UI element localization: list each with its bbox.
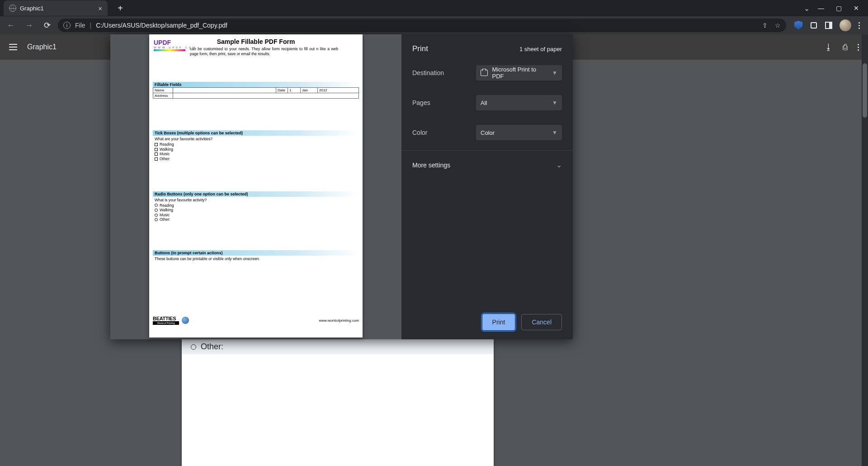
- globe-icon: [9, 5, 16, 12]
- color-select[interactable]: Color ▼: [476, 125, 562, 140]
- checkbox-icon: [155, 157, 158, 161]
- chevron-down-icon: ▼: [552, 129, 557, 136]
- beatties-logo: BEATTIES World of Printing: [153, 316, 179, 325]
- share-icon[interactable]: ⇪: [762, 22, 768, 29]
- print-dialog: UPDF W W W . U P D F . C O M Sample Fill…: [110, 34, 573, 339]
- destination-row: Destination Microsoft Print to PDF ▼: [401, 58, 573, 88]
- radio-reading[interactable]: Reading: [155, 203, 357, 208]
- profile-avatar[interactable]: [840, 19, 851, 31]
- new-tab-button[interactable]: +: [114, 2, 127, 14]
- tabs-dropdown-icon[interactable]: ⌄: [804, 4, 810, 13]
- page-area: Graphic1 ⭳ ⎙ Other: UPDF W W W . U P D F…: [0, 34, 868, 466]
- section-radio-header: Radio Buttons (only one option can be se…: [153, 191, 359, 197]
- sheet-count: 1 sheet of paper: [519, 46, 562, 52]
- section-buttons-header: Buttons (to prompt certain actions): [153, 250, 359, 256]
- pdf-menu-icon[interactable]: [9, 44, 17, 50]
- date-label: Date: [276, 88, 288, 93]
- print-preview-pane: UPDF W W W . U P D F . C O M Sample Fill…: [110, 34, 401, 339]
- preview-sheet: UPDF W W W . U P D F . C O M Sample Fill…: [149, 34, 363, 338]
- sidepanel-icon[interactable]: [825, 22, 832, 29]
- print-settings-pane: Print 1 sheet of paper Destination Micro…: [401, 34, 573, 339]
- page-scrollbar[interactable]: [862, 34, 868, 466]
- checkbox-icon: [155, 152, 158, 156]
- destination-value: Microsoft Print to PDF: [492, 66, 548, 80]
- minimize-button[interactable]: —: [818, 5, 824, 12]
- checkbox-walking[interactable]: Walking: [155, 147, 357, 152]
- site-info-icon[interactable]: i: [63, 22, 71, 29]
- chevron-down-icon: ▼: [552, 100, 557, 106]
- radio-icon: [155, 209, 158, 212]
- address-label: Address: [153, 93, 173, 98]
- back-button[interactable]: ←: [4, 18, 18, 33]
- radio-icon: [155, 204, 158, 207]
- pdf-more-icon[interactable]: [858, 44, 859, 51]
- print-heading: Print: [412, 44, 428, 53]
- browser-menu-icon[interactable]: [859, 22, 860, 29]
- section-fillable-header: Fillable Fields: [153, 82, 359, 87]
- radio-option-other[interactable]: Other:: [182, 339, 494, 354]
- date-day[interactable]: 1: [288, 88, 301, 93]
- destination-label: Destination: [412, 69, 444, 76]
- browser-tab[interactable]: Graphic1 ×: [4, 0, 108, 16]
- updf-logo: UPDF W W W . U P D F . C O M: [154, 39, 195, 51]
- radio-other[interactable]: Other:: [155, 217, 357, 222]
- date-month[interactable]: Jan: [301, 88, 318, 93]
- close-tab-icon[interactable]: ×: [98, 5, 102, 12]
- close-window-button[interactable]: ✕: [854, 5, 859, 12]
- file-scheme-label: File: [75, 22, 85, 29]
- cancel-button[interactable]: Cancel: [521, 314, 562, 330]
- radio-icon: [155, 214, 158, 217]
- fillable-table: Name Date 1 Jan 2012 Address: [153, 87, 359, 99]
- pages-label: Pages: [412, 99, 430, 106]
- address-row: ← → ⟳ i File | C:/Users/ASUS/Desktop/sam…: [0, 16, 868, 34]
- chevron-down-icon: ▼: [552, 70, 557, 76]
- name-field[interactable]: [173, 88, 276, 93]
- checkbox-icon: [155, 148, 158, 151]
- pages-row: Pages All ▼: [401, 88, 573, 118]
- checkbox-other[interactable]: Other:: [155, 157, 357, 162]
- shield-icon[interactable]: [794, 21, 802, 30]
- pages-value: All: [481, 100, 487, 106]
- color-value: Color: [481, 129, 495, 136]
- globe-logo-icon: [182, 317, 189, 324]
- more-settings-toggle[interactable]: More settings ⌄: [401, 150, 573, 179]
- address-bar[interactable]: i File | C:/Users/ASUS/Desktop/sample_pd…: [58, 19, 786, 32]
- reload-button[interactable]: ⟳: [40, 18, 54, 33]
- checkbox-icon: [155, 143, 158, 146]
- color-row: Color Color ▼: [401, 118, 573, 147]
- checkbox-music[interactable]: Music: [155, 152, 357, 157]
- extensions-icon[interactable]: [810, 21, 818, 29]
- pdf-title: Graphic1: [27, 43, 57, 51]
- address-field[interactable]: [173, 93, 359, 98]
- tick-question: What are your favourite activities?: [149, 136, 363, 142]
- date-year[interactable]: 2012: [318, 88, 359, 93]
- chevron-down-icon: ⌄: [556, 161, 562, 169]
- dialog-buttons: Print Cancel: [401, 305, 573, 339]
- footer-url: www.worldofprinting.com: [319, 319, 359, 323]
- download-icon[interactable]: ⭳: [825, 43, 833, 52]
- radio-music[interactable]: Music: [155, 213, 357, 218]
- window-controls: — ▢ ✕: [818, 5, 868, 12]
- radio-icon: [155, 218, 158, 221]
- buttons-note: These buttons can be printable or visibl…: [149, 256, 363, 262]
- color-label: Color: [412, 129, 427, 136]
- print-button[interactable]: Print: [482, 314, 515, 330]
- url-path: C:/Users/ASUS/Desktop/sample_pdf_Copy.pd…: [96, 22, 227, 29]
- checkbox-reading[interactable]: Reading: [155, 142, 357, 147]
- radio-walking[interactable]: Walking: [155, 208, 357, 213]
- radio-options: Reading Walking Music Other:: [149, 203, 363, 223]
- destination-select[interactable]: Microsoft Print to PDF ▼: [476, 65, 562, 81]
- preview-footer: BEATTIES World of Printing www.worldofpr…: [153, 316, 359, 325]
- radio-question: What is your favourite activity?: [149, 197, 363, 203]
- underlying-page: Other:: [182, 339, 494, 466]
- maximize-button[interactable]: ▢: [836, 5, 842, 12]
- radio-label: Other:: [201, 342, 223, 352]
- pages-select[interactable]: All ▼: [476, 95, 562, 110]
- forward-button[interactable]: →: [22, 18, 36, 33]
- print-icon[interactable]: ⎙: [843, 43, 848, 52]
- titlebar: Graphic1 × + ⌄ — ▢ ✕: [0, 0, 868, 16]
- radio-icon: [191, 344, 196, 350]
- name-label: Name: [153, 88, 173, 93]
- tick-options: Reading Walking Music Other:: [149, 142, 363, 162]
- bookmark-icon[interactable]: ☆: [775, 22, 781, 29]
